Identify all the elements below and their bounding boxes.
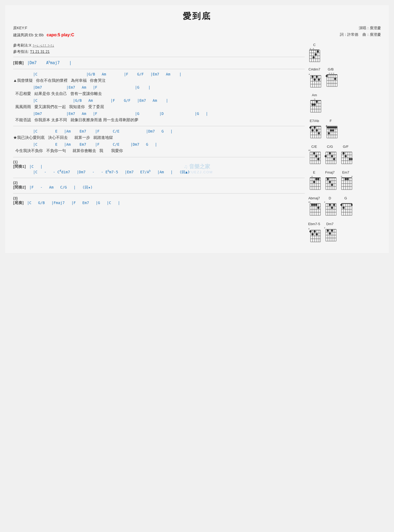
- svg-text:##: ##: [308, 201, 310, 203]
- chord-group-7: Abmaj7 ##: [307, 196, 381, 219]
- chord-Abmaj7: Abmaj7 ##: [307, 196, 321, 218]
- svg-point-60: [316, 101, 318, 103]
- svg-point-78: [318, 132, 320, 134]
- svg-point-155: [313, 181, 315, 183]
- chord-line-4: |Dm7 |Em7 Am |F |G |D |G |: [13, 111, 305, 116]
- svg-point-183: [345, 178, 347, 180]
- chord-E7Ab: E7/Ab: [307, 119, 322, 140]
- chord-GoverF: G/F: [339, 145, 352, 166]
- outro-num: (3): [13, 196, 305, 200]
- svg-point-140: [351, 158, 352, 160]
- chord-G: G: [339, 196, 352, 218]
- outro-label: [尾奏] |C G/B |Fmaj7 |F Em7 |G |C |: [13, 200, 305, 206]
- svg-point-259: [331, 230, 333, 232]
- capo-label: capo:5 play:C: [47, 33, 74, 37]
- svg-point-154: [317, 178, 319, 180]
- suggestion-label: 建議男調:Eb 女:Bb capo:5 play:C: [13, 31, 74, 39]
- svg-text:o: o: [310, 47, 311, 50]
- key-label: 原KEY:F: [13, 25, 74, 31]
- svg-point-30: [314, 79, 316, 81]
- svg-point-109: [315, 155, 317, 157]
- chord-GoverB: G/B o o o: [324, 67, 338, 89]
- chord-diagrams: C o o: [307, 43, 381, 248]
- chord-C: C o o: [307, 43, 322, 63]
- svg-point-110: [317, 158, 319, 160]
- chord-line-chorus-1: |C E |Am Em7 |F C/E |Dm7 G |: [13, 129, 305, 134]
- svg-point-29: [316, 76, 318, 78]
- interlude1-num: (1): [13, 160, 305, 164]
- svg-point-137: [343, 152, 345, 154]
- svg-point-61: [314, 104, 316, 106]
- lyric-line-1: ▲我曾懷疑 你在不在我的懷裡 為何幸福 你會哭泣: [13, 78, 305, 84]
- chord-CoverG: C/G: [323, 145, 337, 166]
- page: 愛到底 原KEY:F 建議男調:Eb 女:Bb capo:5 play:C 演唱…: [5, 5, 389, 253]
- svg-point-124: [331, 155, 333, 157]
- svg-rect-92: [327, 127, 337, 128]
- svg-text:o: o: [314, 98, 315, 100]
- svg-point-243: [314, 230, 316, 232]
- svg-point-184: [347, 178, 349, 180]
- lyric-line-4: 不能否認 你我原本 太多不同 就像日夜擦身而過 用一生去尋剩那的夢: [13, 117, 305, 123]
- svg-point-242: [309, 230, 312, 232]
- prelude-label: [前奏] |Dm7 Abmaj7 |: [13, 60, 305, 66]
- svg-text:o: o: [333, 72, 334, 74]
- svg-text:#: #: [324, 227, 325, 229]
- chord-Em7: Em7 o o: [339, 170, 352, 192]
- svg-text:4: 4: [309, 73, 310, 75]
- svg-point-122: [325, 155, 327, 157]
- section-interlude2: (2) [間奏2] |F - Am C/G | (回★): [13, 181, 305, 190]
- svg-point-125: [333, 158, 335, 160]
- svg-point-138: [345, 155, 347, 157]
- svg-point-200: [317, 207, 319, 209]
- chord-E: E o: [307, 170, 321, 192]
- svg-point-95: [328, 132, 330, 134]
- svg-text:o: o: [331, 72, 332, 74]
- svg-point-28: [312, 76, 314, 78]
- svg-point-258: [327, 230, 329, 232]
- svg-point-169: [331, 184, 333, 186]
- svg-text:##: ##: [308, 149, 310, 151]
- song-title: 愛到底: [13, 11, 381, 22]
- svg-point-213: [329, 204, 331, 206]
- svg-point-167: [327, 178, 329, 180]
- section-prelude: [前奏] |Dm7 Abmaj7 |: [13, 60, 305, 66]
- svg-point-139: [349, 158, 351, 160]
- svg-point-93: [330, 129, 332, 131]
- svg-point-197: [311, 204, 313, 206]
- svg-point-260: [329, 232, 331, 235]
- svg-point-153: [315, 178, 317, 180]
- svg-point-13: [317, 50, 319, 53]
- interlude2-label: [間奏2] |F - Am C/G | (回★): [13, 185, 305, 190]
- svg-point-228: [343, 207, 345, 209]
- svg-text:o: o: [329, 72, 330, 74]
- lyric-line-2: 不忍相愛 結果是你 失去自己 曾有一度讓你離去: [13, 91, 305, 97]
- svg-point-75: [314, 126, 316, 129]
- chord-line-chorus-2: |C E |Am Em7 |F C/E |Dm7 G |: [13, 142, 305, 147]
- svg-point-123: [329, 152, 331, 154]
- chord-group-3: Am o: [307, 93, 381, 116]
- svg-point-227: [340, 204, 343, 206]
- svg-point-198: [313, 204, 315, 206]
- svg-point-77: [316, 129, 318, 131]
- svg-point-199: [315, 204, 317, 206]
- svg-text:o: o: [351, 175, 352, 178]
- chord-F: F: [324, 119, 338, 140]
- svg-point-14: [315, 53, 317, 55]
- svg-point-62: [312, 104, 314, 106]
- chord-CoverE: C/E ##: [307, 145, 321, 166]
- ref-strum: 參考刷法:X ↑--↓ -↓↑↑ ↑-↑↓: [13, 43, 305, 48]
- chord-Ebm7-5: Ebm7-5 5: [307, 222, 321, 244]
- svg-point-244: [312, 233, 314, 235]
- section-chorus: |C E |Am Em7 |F C/E |Dm7 G | ★我已決心愛到底 決心…: [13, 129, 305, 154]
- svg-point-214: [331, 207, 333, 209]
- svg-point-31: [318, 79, 320, 81]
- chord-group-1: C o o: [307, 43, 381, 65]
- chord-group-2: C#dim7 4: [307, 67, 381, 90]
- chord-Fmaj7: Fmaj7: [323, 170, 337, 192]
- svg-point-245: [316, 233, 318, 235]
- section-outro: (3) [尾奏] |C G/B |Fmaj7 |F Em7 |G |C |: [13, 196, 305, 206]
- chord-Dm7: Dm7 #: [323, 222, 337, 244]
- lyricist-label: 詞：許常德 曲：廋澄慶: [340, 31, 381, 38]
- main-content: 參考刷法:X ↑--↓ -↓↑↑ ↑-↑↓ 參考指法: T1 21 31 21 …: [13, 43, 381, 248]
- sheet-area: 參考刷法:X ↑--↓ -↓↑↑ ↑-↑↓ 參考指法: T1 21 31 21 …: [13, 43, 305, 248]
